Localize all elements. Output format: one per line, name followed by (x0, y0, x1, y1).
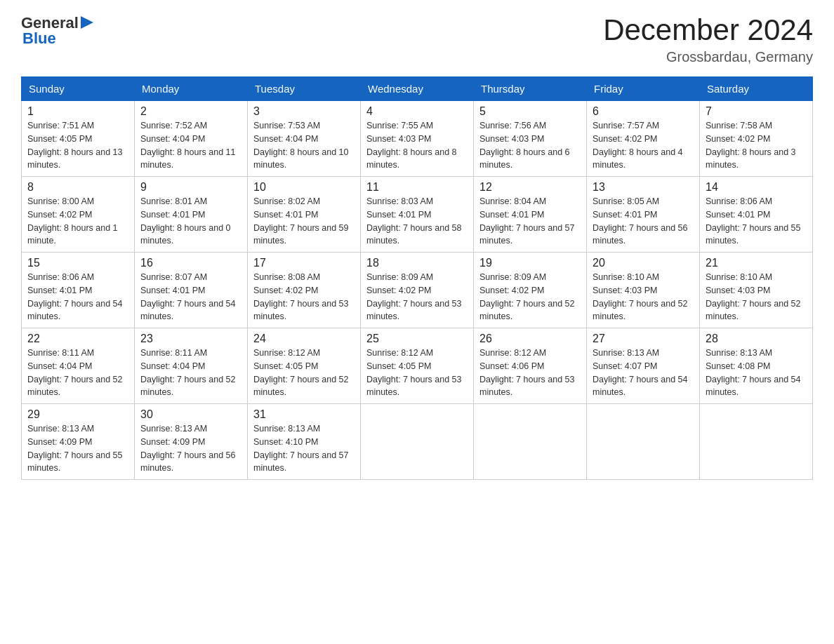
table-row: 13 Sunrise: 8:05 AM Sunset: 4:01 PM Dayl… (587, 177, 700, 253)
table-row: 31 Sunrise: 8:13 AM Sunset: 4:10 PM Dayl… (248, 404, 361, 480)
header-wednesday: Wednesday (361, 77, 474, 101)
day-info: Sunrise: 7:51 AM Sunset: 4:05 PM Dayligh… (27, 119, 128, 172)
table-row: 21 Sunrise: 8:10 AM Sunset: 4:03 PM Dayl… (700, 253, 813, 328)
calendar-header-row: Sunday Monday Tuesday Wednesday Thursday… (22, 77, 813, 101)
day-number: 29 (27, 408, 128, 421)
day-info: Sunrise: 8:02 AM Sunset: 4:01 PM Dayligh… (253, 195, 355, 248)
logo: General Blue (21, 14, 93, 46)
day-number: 13 (593, 181, 694, 194)
day-info: Sunrise: 8:03 AM Sunset: 4:01 PM Dayligh… (366, 195, 468, 248)
table-row (474, 404, 587, 480)
table-row: 11 Sunrise: 8:03 AM Sunset: 4:01 PM Dayl… (361, 177, 474, 253)
day-number: 18 (366, 257, 468, 269)
table-row: 25 Sunrise: 8:12 AM Sunset: 4:05 PM Dayl… (361, 328, 474, 404)
day-info: Sunrise: 8:13 AM Sunset: 4:10 PM Dayligh… (253, 422, 355, 475)
day-info: Sunrise: 8:13 AM Sunset: 4:08 PM Dayligh… (706, 347, 807, 399)
header-saturday: Saturday (700, 77, 813, 101)
table-row: 29 Sunrise: 8:13 AM Sunset: 4:09 PM Dayl… (22, 404, 135, 480)
table-row: 22 Sunrise: 8:11 AM Sunset: 4:04 PM Dayl… (22, 328, 135, 404)
day-number: 9 (140, 181, 241, 194)
table-row: 7 Sunrise: 7:58 AM Sunset: 4:02 PM Dayli… (700, 101, 813, 177)
day-number: 24 (253, 333, 355, 345)
day-number: 16 (140, 257, 241, 269)
table-row: 18 Sunrise: 8:09 AM Sunset: 4:02 PM Dayl… (361, 253, 474, 328)
day-number: 12 (479, 181, 581, 194)
day-info: Sunrise: 8:06 AM Sunset: 4:01 PM Dayligh… (27, 271, 128, 323)
day-number: 1 (27, 105, 128, 118)
day-info: Sunrise: 8:12 AM Sunset: 4:05 PM Dayligh… (253, 347, 355, 399)
calendar-week-row: 29 Sunrise: 8:13 AM Sunset: 4:09 PM Dayl… (22, 404, 813, 480)
svg-marker-0 (81, 16, 93, 29)
logo-triangle-icon (81, 16, 93, 29)
day-number: 17 (253, 257, 355, 269)
day-info: Sunrise: 8:13 AM Sunset: 4:09 PM Dayligh… (27, 422, 128, 475)
day-number: 5 (479, 105, 581, 118)
table-row: 23 Sunrise: 8:11 AM Sunset: 4:04 PM Dayl… (135, 328, 248, 404)
table-row: 17 Sunrise: 8:08 AM Sunset: 4:02 PM Dayl… (248, 253, 361, 328)
day-number: 6 (593, 105, 694, 118)
calendar-table: Sunday Monday Tuesday Wednesday Thursday… (21, 76, 813, 480)
day-info: Sunrise: 7:57 AM Sunset: 4:02 PM Dayligh… (593, 119, 694, 172)
table-row: 12 Sunrise: 8:04 AM Sunset: 4:01 PM Dayl… (474, 177, 587, 253)
day-info: Sunrise: 7:52 AM Sunset: 4:04 PM Dayligh… (140, 119, 241, 172)
table-row (361, 404, 474, 480)
table-row (587, 404, 700, 480)
table-row: 10 Sunrise: 8:02 AM Sunset: 4:01 PM Dayl… (248, 177, 361, 253)
day-info: Sunrise: 8:12 AM Sunset: 4:06 PM Dayligh… (479, 347, 581, 399)
day-number: 27 (593, 333, 694, 345)
page-subtitle: Grossbardau, Germany (603, 49, 813, 65)
day-number: 11 (366, 181, 468, 194)
day-info: Sunrise: 8:13 AM Sunset: 4:09 PM Dayligh… (140, 422, 241, 475)
table-row: 20 Sunrise: 8:10 AM Sunset: 4:03 PM Dayl… (587, 253, 700, 328)
header-tuesday: Tuesday (248, 77, 361, 101)
day-number: 21 (706, 257, 807, 269)
day-info: Sunrise: 8:08 AM Sunset: 4:02 PM Dayligh… (253, 271, 355, 323)
day-info: Sunrise: 8:06 AM Sunset: 4:01 PM Dayligh… (706, 195, 807, 248)
page-header: General Blue December 2024 Grossbardau, … (21, 14, 813, 65)
day-number: 20 (593, 257, 694, 269)
day-info: Sunrise: 8:01 AM Sunset: 4:01 PM Dayligh… (140, 195, 241, 248)
calendar-week-row: 1 Sunrise: 7:51 AM Sunset: 4:05 PM Dayli… (22, 101, 813, 177)
table-row: 16 Sunrise: 8:07 AM Sunset: 4:01 PM Dayl… (135, 253, 248, 328)
day-info: Sunrise: 7:56 AM Sunset: 4:03 PM Dayligh… (479, 119, 581, 172)
day-info: Sunrise: 7:58 AM Sunset: 4:02 PM Dayligh… (706, 119, 807, 172)
day-info: Sunrise: 8:13 AM Sunset: 4:07 PM Dayligh… (593, 347, 694, 399)
day-info: Sunrise: 8:09 AM Sunset: 4:02 PM Dayligh… (366, 271, 468, 323)
day-info: Sunrise: 8:11 AM Sunset: 4:04 PM Dayligh… (27, 347, 128, 399)
day-number: 28 (706, 333, 807, 345)
day-number: 7 (706, 105, 807, 118)
header-sunday: Sunday (22, 77, 135, 101)
calendar-week-row: 15 Sunrise: 8:06 AM Sunset: 4:01 PM Dayl… (22, 253, 813, 328)
page-title: December 2024 (603, 14, 813, 46)
day-info: Sunrise: 7:53 AM Sunset: 4:04 PM Dayligh… (253, 119, 355, 172)
table-row: 30 Sunrise: 8:13 AM Sunset: 4:09 PM Dayl… (135, 404, 248, 480)
day-info: Sunrise: 8:04 AM Sunset: 4:01 PM Dayligh… (479, 195, 581, 248)
table-row: 27 Sunrise: 8:13 AM Sunset: 4:07 PM Dayl… (587, 328, 700, 404)
table-row: 1 Sunrise: 7:51 AM Sunset: 4:05 PM Dayli… (22, 101, 135, 177)
table-row: 6 Sunrise: 7:57 AM Sunset: 4:02 PM Dayli… (587, 101, 700, 177)
table-row: 5 Sunrise: 7:56 AM Sunset: 4:03 PM Dayli… (474, 101, 587, 177)
header-monday: Monday (135, 77, 248, 101)
calendar-week-row: 8 Sunrise: 8:00 AM Sunset: 4:02 PM Dayli… (22, 177, 813, 253)
day-info: Sunrise: 8:12 AM Sunset: 4:05 PM Dayligh… (366, 347, 468, 399)
day-number: 4 (366, 105, 468, 118)
day-info: Sunrise: 7:55 AM Sunset: 4:03 PM Dayligh… (366, 119, 468, 172)
table-row: 14 Sunrise: 8:06 AM Sunset: 4:01 PM Dayl… (700, 177, 813, 253)
table-row: 28 Sunrise: 8:13 AM Sunset: 4:08 PM Dayl… (700, 328, 813, 404)
day-number: 23 (140, 333, 241, 345)
day-info: Sunrise: 8:09 AM Sunset: 4:02 PM Dayligh… (479, 271, 581, 323)
day-number: 2 (140, 105, 241, 118)
table-row (700, 404, 813, 480)
day-info: Sunrise: 8:00 AM Sunset: 4:02 PM Dayligh… (27, 195, 128, 248)
day-number: 3 (253, 105, 355, 118)
header-friday: Friday (587, 77, 700, 101)
day-number: 26 (479, 333, 581, 345)
table-row: 24 Sunrise: 8:12 AM Sunset: 4:05 PM Dayl… (248, 328, 361, 404)
day-number: 8 (27, 181, 128, 194)
table-row: 26 Sunrise: 8:12 AM Sunset: 4:06 PM Dayl… (474, 328, 587, 404)
day-number: 31 (253, 408, 355, 421)
day-number: 15 (27, 257, 128, 269)
table-row: 2 Sunrise: 7:52 AM Sunset: 4:04 PM Dayli… (135, 101, 248, 177)
table-row: 15 Sunrise: 8:06 AM Sunset: 4:01 PM Dayl… (22, 253, 135, 328)
table-row: 4 Sunrise: 7:55 AM Sunset: 4:03 PM Dayli… (361, 101, 474, 177)
